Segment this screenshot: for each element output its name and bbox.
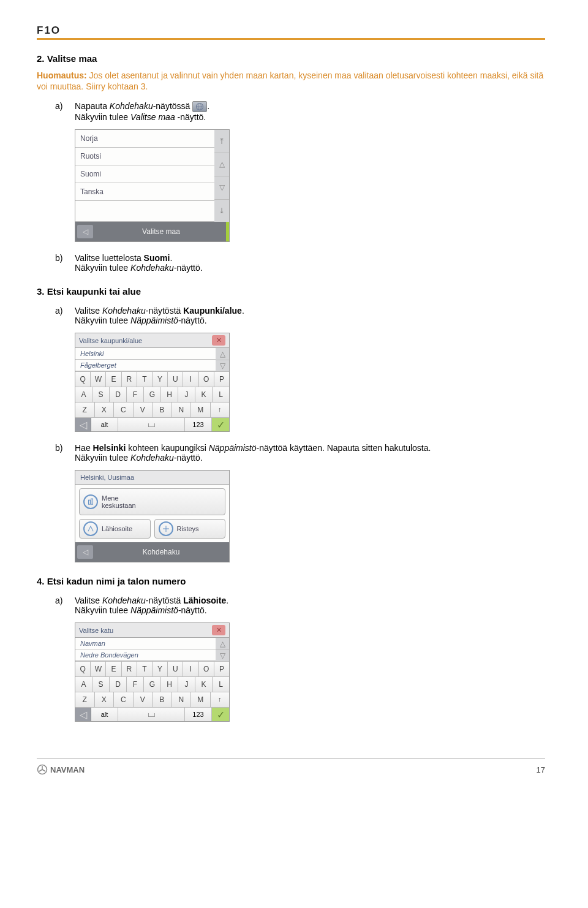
kb-shift-icon[interactable]: ↑: [211, 403, 230, 417]
kb-key[interactable]: Y: [153, 662, 168, 676]
screen-title: Valitse kaupunki/alue: [79, 337, 142, 344]
kb-key[interactable]: K: [195, 387, 213, 402]
kb-key[interactable]: T: [137, 662, 153, 676]
kb-key[interactable]: A: [75, 387, 92, 402]
close-icon[interactable]: ✕: [212, 335, 225, 346]
kb-key[interactable]: Q: [75, 662, 91, 676]
kb-key[interactable]: G: [144, 677, 161, 692]
kb-key[interactable]: G: [144, 387, 161, 402]
text-italic: Kohdehaku: [102, 596, 146, 605]
nearby-address-button[interactable]: Lähiosoite: [79, 519, 151, 539]
suggestion-item[interactable]: Helsinki: [75, 348, 216, 360]
kb-key[interactable]: L: [213, 677, 229, 692]
kb-key[interactable]: P: [214, 662, 229, 676]
kb-shift-icon[interactable]: ↑: [211, 692, 230, 707]
kb-key[interactable]: M: [191, 692, 211, 707]
back-icon[interactable]: ◁: [77, 225, 93, 238]
scroll-top-icon[interactable]: ⤒: [214, 130, 229, 153]
text: .: [207, 101, 209, 111]
kb-key[interactable]: S: [92, 387, 110, 402]
kb-confirm-icon[interactable]: ✓: [212, 418, 229, 431]
kb-key[interactable]: P: [214, 372, 229, 387]
kb-key[interactable]: A: [75, 677, 92, 692]
kb-key[interactable]: V: [134, 403, 153, 417]
address-icon: [83, 521, 98, 536]
scroll-up-icon[interactable]: △: [216, 638, 229, 650]
kb-key[interactable]: D: [110, 387, 127, 402]
kb-key[interactable]: B: [153, 403, 172, 417]
kb-key[interactable]: U: [168, 662, 183, 676]
back-icon[interactable]: ◁: [75, 418, 91, 431]
kb-key[interactable]: C: [114, 692, 134, 707]
kb-key[interactable]: T: [137, 372, 153, 387]
scroll-down-icon[interactable]: ▽: [214, 176, 229, 200]
kb-key[interactable]: F: [127, 677, 144, 692]
kb-key[interactable]: I: [183, 662, 198, 676]
scroll-down-icon[interactable]: ▽: [216, 650, 229, 662]
text: Napauta: [75, 101, 110, 111]
kb-key[interactable]: R: [122, 662, 137, 676]
go-center-button[interactable]: Menekeskustaan: [79, 488, 225, 515]
kb-key[interactable]: N: [172, 692, 192, 707]
kb-key[interactable]: Z: [75, 692, 95, 707]
text-italic: Näppäimistö: [209, 443, 257, 453]
kb-key[interactable]: H: [161, 677, 178, 692]
kb-key[interactable]: X: [95, 692, 115, 707]
suggestion-item[interactable]: Navman: [75, 638, 216, 649]
kb-key[interactable]: E: [106, 372, 121, 387]
kb-key[interactable]: F: [127, 387, 144, 402]
intersection-button[interactable]: Risteys: [154, 519, 226, 539]
kb-alt-key[interactable]: alt: [91, 418, 118, 431]
kb-key[interactable]: V: [134, 692, 153, 707]
kb-key[interactable]: O: [199, 372, 214, 387]
kb-key[interactable]: S: [92, 677, 110, 692]
product-title: F1O: [37, 25, 545, 37]
scroll-bottom-icon[interactable]: ⤓: [214, 200, 229, 222]
suggestion-item[interactable]: Nedre Bondevägen: [75, 649, 216, 661]
kb-key[interactable]: L: [213, 387, 229, 402]
back-icon[interactable]: ◁: [75, 708, 91, 721]
kb-key[interactable]: Q: [75, 372, 91, 387]
kb-key[interactable]: E: [106, 662, 121, 676]
kb-key[interactable]: J: [178, 677, 195, 692]
list-item[interactable]: Norja: [75, 130, 214, 148]
scroll-up-icon[interactable]: △: [216, 348, 229, 360]
bottom-bar-label: Valitse maa: [93, 227, 229, 236]
kb-key[interactable]: W: [91, 372, 106, 387]
kb-key[interactable]: O: [199, 662, 214, 676]
step-letter: b): [55, 253, 75, 273]
kb-key[interactable]: I: [183, 372, 198, 387]
kb-key[interactable]: H: [161, 387, 178, 402]
screen-title: Valitse katu: [79, 627, 113, 634]
suggestion-item[interactable]: Fågelberget: [75, 360, 216, 371]
list-item[interactable]: Tanska: [75, 183, 214, 201]
kb-key[interactable]: J: [178, 387, 195, 402]
kb-key[interactable]: Z: [75, 403, 95, 417]
scroll-up-icon[interactable]: △: [214, 153, 229, 176]
page-footer: NAVMAN 17: [37, 759, 545, 787]
kb-alt-key[interactable]: alt: [91, 708, 118, 721]
kb-key[interactable]: Y: [153, 372, 168, 387]
close-icon[interactable]: ✕: [212, 625, 225, 635]
back-icon[interactable]: ◁: [77, 545, 93, 559]
kb-key[interactable]: C: [114, 403, 134, 417]
kb-123-key[interactable]: 123: [185, 708, 212, 721]
kb-key[interactable]: M: [191, 403, 211, 417]
list-item[interactable]: Suomi: [75, 165, 214, 183]
kb-space-key[interactable]: ⌴: [118, 708, 185, 721]
kb-key[interactable]: N: [172, 403, 192, 417]
kb-123-key[interactable]: 123: [185, 418, 212, 431]
kb-key[interactable]: D: [110, 677, 127, 692]
scroll-down-icon[interactable]: ▽: [216, 360, 229, 372]
list-item[interactable]: Ruotsi: [75, 148, 214, 165]
kb-key[interactable]: B: [153, 692, 172, 707]
kb-key[interactable]: X: [95, 403, 115, 417]
kb-space-key[interactable]: ⌴: [118, 418, 185, 431]
kb-key[interactable]: R: [122, 372, 137, 387]
kb-key[interactable]: W: [91, 662, 106, 676]
globe-icon: [192, 101, 207, 112]
text-italic: Kohdehaku: [110, 101, 153, 111]
kb-key[interactable]: K: [195, 677, 213, 692]
kb-confirm-icon[interactable]: ✓: [212, 708, 229, 721]
kb-key[interactable]: U: [168, 372, 183, 387]
